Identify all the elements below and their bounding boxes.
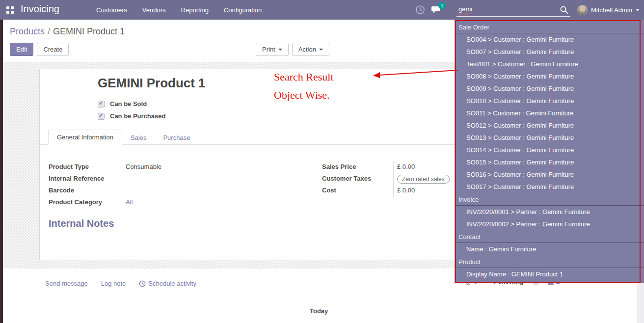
product-title: GEMINI Product 1 <box>98 76 206 91</box>
search-result-item[interactable]: SO009 > Customer : Gemini Furniture <box>455 82 644 95</box>
create-button[interactable]: Create <box>37 43 69 56</box>
clock-icon <box>139 280 146 287</box>
search-query-text: gemi <box>458 5 472 13</box>
field-group-left: Product Type Consumable Internal Referen… <box>49 162 255 209</box>
product-category-link[interactable]: All <box>122 197 255 209</box>
product-type-value: Consumable <box>122 162 255 173</box>
group-header-product: Product <box>455 255 644 268</box>
can-be-purchased-label: Can be Purchased <box>110 112 165 120</box>
search-result-item[interactable]: Test/001 > Customer : Gemini Furniture <box>455 58 644 70</box>
search-result-item[interactable]: Name : Gemini Furniture <box>455 243 644 255</box>
search-result-item[interactable]: SO017 > Customer : Gemini Furniture <box>455 181 644 193</box>
search-icon[interactable] <box>560 5 568 14</box>
field-internal-reference: Internal Reference <box>49 173 255 185</box>
group-header-contact: Contact <box>455 230 644 243</box>
action-dropdown-button[interactable]: Action <box>292 43 329 56</box>
search-result-item[interactable]: SO007 > Customer : Gemini Furniture <box>455 46 644 58</box>
nav-menu: Customers Vendors Reporting Configuratio… <box>96 0 262 20</box>
search-result-item[interactable]: SO010 > Customer : Gemini Furniture <box>455 95 644 107</box>
breadcrumb-products-link[interactable]: Products <box>10 27 45 36</box>
schedule-activity-link[interactable]: Schedule activity <box>139 280 196 287</box>
search-result-item[interactable]: SO016 > Customer : Gemini Furniture <box>455 168 644 181</box>
tab-sales[interactable]: Sales <box>122 131 155 145</box>
chevron-down-icon <box>636 9 640 11</box>
breadcrumb-separator: / <box>45 27 53 36</box>
group-header-sale-order: Sale Order <box>455 21 644 33</box>
app-title[interactable]: Invoicing <box>21 3 59 15</box>
can-be-sold-label: Can be Sold <box>110 100 147 108</box>
customer-taxes-badge: Zero rated sales <box>397 175 450 184</box>
tab-purchase[interactable]: Purchase <box>155 131 198 145</box>
nav-item-configuration[interactable]: Configuration <box>224 6 262 14</box>
annotation-arrow <box>372 66 460 81</box>
log-note-link[interactable]: Log note <box>101 280 126 287</box>
nav-item-vendors[interactable]: Vendors <box>142 6 166 14</box>
annotation-text: Search Result Object Wise. <box>274 68 382 104</box>
edit-button[interactable]: Edit <box>10 43 33 56</box>
user-avatar <box>577 5 588 15</box>
field-barcode: Barcode <box>49 185 255 197</box>
top-navbar: Invoicing Customers Vendors Reporting Co… <box>0 0 644 20</box>
chevron-down-icon <box>319 49 323 51</box>
scrollbar[interactable] <box>637 283 644 323</box>
field-product-type: Product Type Consumable <box>49 162 255 173</box>
nav-item-customers[interactable]: Customers <box>96 6 127 14</box>
today-label: Today <box>303 307 334 315</box>
search-result-item[interactable]: SO013 > Customer : Gemini Furniture <box>455 132 644 144</box>
nav-item-reporting[interactable]: Reporting <box>181 6 209 14</box>
user-menu[interactable]: Mitchell Admin <box>577 0 640 20</box>
breadcrumb-current: GEMINI Product 1 <box>53 27 125 36</box>
group-header-invoice: Invoice <box>455 193 644 206</box>
search-result-item[interactable]: Display Name : GEMINI Product 1 <box>455 268 644 280</box>
print-dropdown-button[interactable]: Print <box>256 43 289 56</box>
apps-grid-icon[interactable] <box>6 6 14 14</box>
can-be-purchased-checkbox[interactable] <box>98 113 105 120</box>
search-result-item[interactable]: SO012 > Customer : Gemini Furniture <box>455 119 644 132</box>
search-result-item[interactable]: SO014 > Customer : Gemini Furniture <box>455 144 644 156</box>
field-product-category: Product Category All <box>49 197 255 209</box>
page: Invoicing Customers Vendors Reporting Co… <box>0 0 644 323</box>
tab-general-information[interactable]: General Information <box>48 130 122 145</box>
global-search-input[interactable]: gemi <box>456 3 570 17</box>
search-result-item[interactable]: SO004 > Customer : Gemini Furniture <box>455 33 644 46</box>
chevron-down-icon <box>278 49 282 51</box>
internal-notes-heading: Internal Notes <box>49 218 114 229</box>
barcode-value <box>122 185 255 197</box>
breadcrumb: Products/GEMINI Product 1 <box>10 27 125 37</box>
messages-count-badge: 1 <box>438 2 446 9</box>
search-result-item[interactable]: SO015 > Customer : Gemini Furniture <box>455 156 644 168</box>
activities-clock-icon[interactable] <box>414 4 426 15</box>
search-result-item[interactable]: INV/2020/0002 > Partner : Gemini Furnitu… <box>455 218 644 230</box>
send-message-link[interactable]: Send message <box>45 280 88 287</box>
internal-reference-value <box>122 173 255 185</box>
search-results-dropdown: Sale Order SO004 > Customer : Gemini Fur… <box>455 20 644 283</box>
search-result-item[interactable]: SO011 > Customer : Gemini Furniture <box>455 107 644 119</box>
chatter-actions: Send message Log note Schedule activity <box>45 280 196 287</box>
today-divider: Today <box>39 307 518 315</box>
can-be-sold-checkbox[interactable] <box>98 101 105 108</box>
user-name: Mitchell Admin <box>591 6 632 14</box>
search-result-item[interactable]: SO008 > Customer : Gemini Furniture <box>455 70 644 82</box>
search-result-item[interactable]: INV/2020/0001 > Partner : Gemini Furnitu… <box>455 206 644 218</box>
